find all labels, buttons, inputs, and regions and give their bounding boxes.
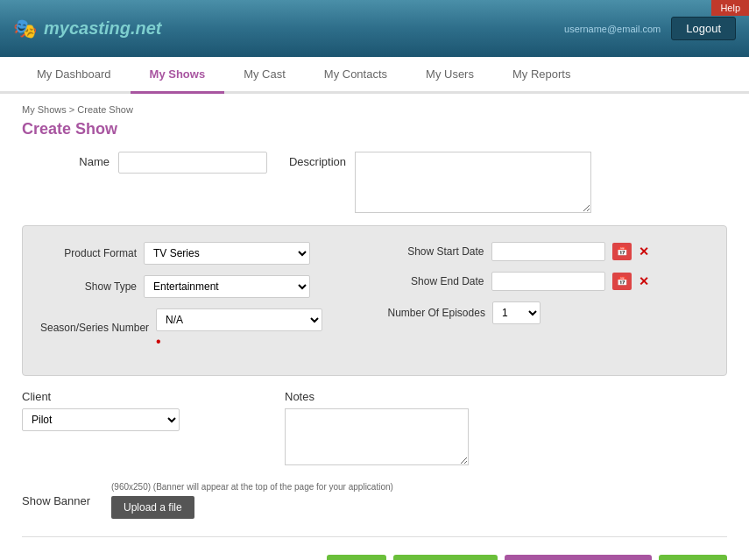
required-indicator: • [156, 334, 161, 349]
notes-label: Notes [285, 390, 727, 403]
bottom-section: Client Pilot ABC NBC CBS HBO Netflix Not… [22, 390, 727, 468]
nav-bar: My Dashboard My Shows My Cast My Contact… [0, 57, 749, 94]
save-button[interactable]: Save [327, 555, 386, 560]
product-format-row: Product Format TV Series Film Web Series… [40, 242, 362, 265]
tab-shows[interactable]: My Shows [131, 57, 225, 94]
logo: 🎭 mycasting.net [13, 18, 162, 40]
add-producers-button[interactable]: Add producers [393, 555, 498, 560]
gray-left: Product Format TV Series Film Web Series… [40, 242, 362, 359]
product-format-select[interactable]: TV Series Film Web Series Commercial Oth… [144, 242, 310, 265]
start-date-row: Show Start Date 📅 ✕ [388, 242, 710, 261]
start-date-label: Show Start Date [388, 245, 484, 258]
name-description-row: Name Description [22, 152, 727, 213]
end-date-label: Show End Date [388, 275, 484, 287]
season-label: Season/Series Number [40, 322, 149, 336]
cancel-button[interactable]: Cancel [659, 555, 727, 560]
start-date-input[interactable] [491, 242, 605, 261]
logo-my: my [44, 18, 69, 38]
banner-upload-col: (960x250) (Banner will appear at the top… [111, 482, 393, 519]
num-episodes-label: Number Of Episodes [388, 307, 485, 319]
end-date-row: Show End Date 📅 ✕ [388, 272, 710, 291]
logo-casting: casting [69, 18, 131, 38]
help-button[interactable]: Help [711, 0, 749, 16]
tab-users[interactable]: My Users [406, 57, 493, 94]
content: My Shows > Create Show Create Show Name … [0, 94, 749, 560]
product-format-label: Product Format [40, 247, 137, 259]
logo-net: .net [131, 18, 162, 38]
season-row: Season/Series Number N/A 12345 • [40, 308, 362, 349]
page-title: Create Show [22, 120, 727, 138]
num-episodes-select[interactable]: 12345 678910 [492, 301, 541, 324]
breadcrumb-current: Create Show [77, 104, 133, 115]
name-input[interactable] [118, 152, 267, 174]
description-textarea[interactable] [355, 152, 591, 213]
action-bar: Save Add producers Save & Create Applica… [22, 548, 727, 560]
divider [22, 536, 727, 537]
logout-button[interactable]: Logout [671, 17, 736, 40]
tab-reports[interactable]: My Reports [493, 57, 590, 94]
tab-cast[interactable]: My Cast [224, 57, 305, 94]
banner-section: Show Banner (960x250) (Banner will appea… [22, 482, 727, 519]
num-episodes-row: Number Of Episodes 12345 678910 [388, 301, 710, 324]
name-label: Name [22, 152, 110, 168]
banner-hint: (960x250) (Banner will appear at the top… [111, 482, 393, 492]
end-date-calendar-icon[interactable]: 📅 [612, 273, 632, 290]
season-select[interactable]: N/A 12345 [156, 308, 322, 331]
tab-dashboard[interactable]: My Dashboard [18, 57, 131, 94]
upload-button[interactable]: Upload a file [111, 496, 194, 519]
header: 🎭 mycasting.net username@email.com Logou… [0, 0, 749, 57]
start-date-clear-icon[interactable]: ✕ [639, 245, 649, 259]
notes-textarea[interactable] [285, 408, 469, 465]
logo-icon: 🎭 [13, 18, 37, 40]
notes-section: Notes [285, 390, 727, 468]
end-date-clear-icon[interactable]: ✕ [639, 274, 649, 288]
start-date-calendar-icon[interactable]: 📅 [612, 243, 632, 260]
banner-row: Show Banner (960x250) (Banner will appea… [22, 482, 727, 519]
show-banner-label: Show Banner [22, 494, 101, 507]
gray-right: Show Start Date 📅 ✕ Show End Date 📅 ✕ Nu… [388, 242, 710, 359]
end-date-input[interactable] [491, 272, 605, 291]
show-type-select[interactable]: Entertainment Drama Comedy Reality Docum… [144, 275, 310, 298]
season-col: N/A 12345 • [156, 308, 322, 349]
client-label: Client [22, 390, 267, 403]
logo-text: mycasting.net [44, 18, 162, 39]
save-create-application-button[interactable]: Save & Create Application [505, 555, 651, 560]
show-type-row: Show Type Entertainment Drama Comedy Rea… [40, 275, 362, 298]
breadcrumb-separator: > [67, 104, 78, 115]
show-type-label: Show Type [40, 280, 137, 293]
tab-contacts[interactable]: My Contacts [305, 57, 406, 94]
client-select[interactable]: Pilot ABC NBC CBS HBO Netflix [22, 408, 180, 431]
breadcrumb-parent[interactable]: My Shows [22, 104, 67, 115]
description-label: Description [276, 152, 346, 168]
breadcrumb: My Shows > Create Show [22, 104, 727, 115]
user-info: username@email.com [564, 24, 661, 34]
client-section: Client Pilot ABC NBC CBS HBO Netflix [22, 390, 267, 468]
gray-section: Product Format TV Series Film Web Series… [22, 225, 727, 376]
header-right: username@email.com Logout [564, 17, 736, 40]
